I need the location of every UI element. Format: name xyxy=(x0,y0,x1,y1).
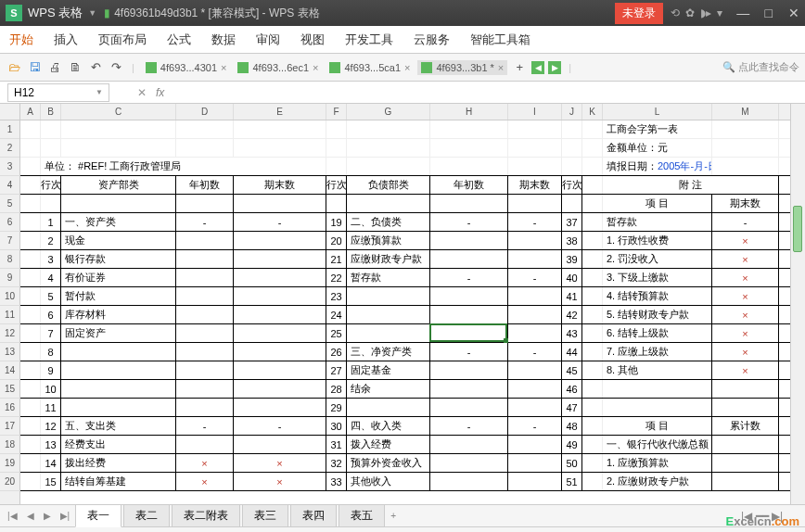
cell[interactable]: 累计数 xyxy=(712,417,779,435)
cell[interactable]: 6 xyxy=(41,306,61,323)
cell[interactable]: 14 xyxy=(41,454,61,472)
cell[interactable] xyxy=(582,306,603,323)
cell[interactable]: 45 xyxy=(562,361,582,379)
cell[interactable] xyxy=(430,306,508,323)
cell[interactable] xyxy=(326,195,347,212)
cell[interactable]: 6. 结转上级款 xyxy=(603,324,712,342)
cell[interactable] xyxy=(20,361,41,379)
cell[interactable]: 固定基金 xyxy=(347,361,430,379)
cell[interactable]: × xyxy=(712,324,779,342)
cell[interactable] xyxy=(712,158,779,175)
name-box[interactable]: H12 ▼ xyxy=(7,83,109,102)
cell[interactable]: 期末数 xyxy=(712,195,779,212)
print-icon[interactable]: 🖨 xyxy=(46,59,63,76)
cell[interactable]: 暂存款 xyxy=(347,269,430,286)
cell[interactable] xyxy=(61,195,176,212)
cell[interactable]: 年初数 xyxy=(430,176,508,194)
cell[interactable]: × xyxy=(712,232,779,249)
row-header[interactable]: 10 xyxy=(0,287,19,306)
cell[interactable] xyxy=(61,343,176,361)
cell[interactable]: 暂存款 xyxy=(603,213,712,231)
cell[interactable]: 46 xyxy=(562,380,582,398)
tab-close-icon[interactable]: × xyxy=(404,62,410,73)
cell[interactable] xyxy=(20,195,41,212)
menu-review[interactable]: 审阅 xyxy=(256,32,280,48)
cell[interactable] xyxy=(712,399,779,416)
cell[interactable] xyxy=(582,287,603,305)
cell[interactable] xyxy=(176,324,234,342)
cell[interactable]: × xyxy=(234,454,326,472)
cell[interactable] xyxy=(20,454,41,472)
cell[interactable]: 行次 xyxy=(41,176,61,194)
cell[interactable] xyxy=(234,436,326,453)
column-header[interactable]: K xyxy=(582,104,603,120)
cell[interactable] xyxy=(582,454,603,472)
cell[interactable]: 41 xyxy=(562,287,582,305)
menu-view[interactable]: 视图 xyxy=(300,32,325,48)
cell[interactable] xyxy=(508,454,562,472)
row-header[interactable]: 7 xyxy=(0,232,19,250)
sheet-tab-4[interactable]: 表四 xyxy=(290,504,337,527)
cell[interactable]: 47 xyxy=(562,399,582,416)
cell[interactable]: × xyxy=(176,473,234,490)
cell[interactable] xyxy=(176,343,234,361)
new-tab-icon[interactable]: + xyxy=(511,59,528,76)
menu-devtools[interactable]: 开发工具 xyxy=(345,32,393,48)
cell[interactable] xyxy=(176,361,234,379)
cell[interactable]: × xyxy=(234,473,326,490)
row-header[interactable]: 14 xyxy=(0,361,19,380)
redo-icon[interactable]: ↷ xyxy=(108,59,124,76)
cell[interactable]: 银行存款 xyxy=(61,250,176,268)
cell[interactable] xyxy=(430,380,508,398)
cell[interactable] xyxy=(430,139,508,157)
cell[interactable] xyxy=(176,269,234,286)
cell[interactable]: 10 xyxy=(41,380,61,398)
menu-smart-tools[interactable]: 智能工具箱 xyxy=(470,32,530,48)
column-header[interactable]: F xyxy=(326,104,347,120)
cell[interactable] xyxy=(582,213,603,231)
cell[interactable]: 28 xyxy=(326,380,347,398)
cell[interactable] xyxy=(508,139,562,157)
cell[interactable] xyxy=(582,473,603,490)
cell[interactable] xyxy=(20,417,41,435)
tab-close-icon[interactable]: × xyxy=(313,62,318,73)
cell[interactable] xyxy=(20,139,41,157)
cell[interactable]: 26 xyxy=(326,343,347,361)
cell[interactable] xyxy=(582,139,603,157)
cell[interactable]: 现金 xyxy=(61,232,176,249)
cell[interactable] xyxy=(176,120,234,138)
cell[interactable] xyxy=(347,399,430,416)
cell[interactable]: - xyxy=(176,213,234,231)
cell[interactable] xyxy=(61,120,176,138)
cell[interactable]: 31 xyxy=(326,436,347,453)
cell[interactable] xyxy=(41,120,61,138)
cell[interactable] xyxy=(582,120,603,138)
cell[interactable]: 1. 应缴预算款 xyxy=(603,454,712,472)
cell[interactable] xyxy=(234,120,326,138)
row-header[interactable]: 16 xyxy=(0,399,19,417)
cell[interactable]: 一、银行代收代缴总额 xyxy=(603,436,712,453)
cell[interactable]: - xyxy=(430,269,508,286)
add-sheet-icon[interactable]: + xyxy=(387,511,400,521)
cell[interactable]: 29 xyxy=(326,399,347,416)
cell[interactable]: 27 xyxy=(326,361,347,379)
sync-icon[interactable]: ⟲ xyxy=(671,6,680,19)
cell[interactable]: 行次 xyxy=(326,176,347,194)
cell[interactable]: 37 xyxy=(562,213,582,231)
cell[interactable] xyxy=(582,343,603,361)
column-header[interactable]: J xyxy=(562,104,582,120)
cell[interactable]: 项 目 xyxy=(603,195,712,212)
cell[interactable]: 44 xyxy=(562,343,582,361)
preview-icon[interactable]: 🗎 xyxy=(67,59,83,76)
cell[interactable]: 33 xyxy=(326,473,347,490)
cell[interactable] xyxy=(712,139,779,157)
cell[interactable]: 三、净资产类 xyxy=(347,343,430,361)
cell[interactable] xyxy=(326,158,347,175)
cell[interactable]: 1. 行政性收费 xyxy=(603,232,712,249)
cell[interactable]: 48 xyxy=(562,417,582,435)
cell[interactable] xyxy=(582,269,603,286)
cell[interactable] xyxy=(430,232,508,249)
row-header[interactable]: 20 xyxy=(0,473,19,491)
cell[interactable]: 32 xyxy=(326,454,347,472)
cell[interactable]: 8 xyxy=(41,343,61,361)
